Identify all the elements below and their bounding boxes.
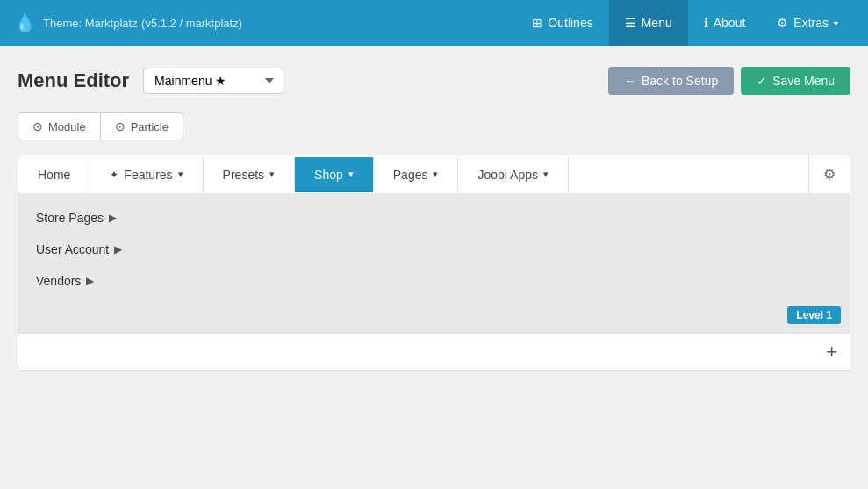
- vendors-label: Vendors: [36, 274, 81, 288]
- particle-icon: ⊙: [115, 119, 126, 133]
- menu-tabs: Home ✦ Features ▾ Presets ▾ Shop ▾ Pages…: [18, 155, 850, 193]
- nav-outlines-label: Outlines: [548, 16, 592, 30]
- nav-menu-label: Menu: [642, 16, 672, 30]
- nav-about[interactable]: ℹ About: [688, 0, 762, 46]
- tab-features-label: Features: [124, 168, 172, 182]
- level-badge: Level 1: [787, 306, 841, 324]
- chevron-joobi-icon: ▾: [543, 169, 549, 180]
- chevron-down-icon: ▾: [834, 18, 838, 28]
- brand-title: Theme: Marktplatz (v5.1.2 / marktplatz): [43, 15, 242, 31]
- page-title: Menu Editor: [18, 69, 129, 92]
- brand-icon: 💧: [14, 12, 36, 33]
- tab-joobi-apps-label: Joobi Apps: [477, 168, 538, 182]
- nav-outlines[interactable]: ⊞ Outlines: [516, 0, 608, 46]
- add-item-button[interactable]: +: [826, 342, 837, 362]
- add-buttons-row: ⊙ Module ⊙ Particle: [18, 112, 850, 140]
- arrow-left-icon: ←: [624, 74, 636, 88]
- header-left: Menu Editor Mainmenu ★ Footer Menu Top M…: [18, 68, 283, 94]
- top-nav: ⊞ Outlines ☰ Menu ℹ About ⚙ Extras ▾: [516, 0, 854, 46]
- submenu-item-store-pages[interactable]: Store Pages ▶: [18, 202, 850, 234]
- tab-shop-label: Shop: [314, 168, 343, 182]
- nav-about-label: About: [714, 16, 746, 30]
- settings-gear-icon: ⚙: [823, 167, 836, 182]
- module-label: Module: [48, 120, 86, 133]
- nav-extras-label: Extras: [793, 16, 829, 30]
- tab-pages[interactable]: Pages ▾: [374, 157, 459, 192]
- back-to-setup-button[interactable]: ← Back to Setup: [608, 67, 734, 95]
- submenu-item-user-account[interactable]: User Account ▶: [18, 234, 850, 265]
- save-menu-button[interactable]: ✓ Save Menu: [741, 67, 850, 95]
- tab-presets[interactable]: Presets ▾: [204, 157, 295, 192]
- topbar: 💧 Theme: Marktplatz (v5.1.2 / marktplatz…: [0, 0, 868, 46]
- spinner-icon: ✦: [110, 169, 118, 181]
- arrow-right-icon-3: ▶: [86, 275, 94, 287]
- main-content: Menu Editor Mainmenu ★ Footer Menu Top M…: [0, 46, 868, 392]
- bottom-area: +: [18, 334, 850, 371]
- brand: 💧 Theme: Marktplatz (v5.1.2 / marktplatz…: [14, 12, 516, 33]
- arrow-right-icon-2: ▶: [114, 243, 122, 255]
- header-buttons: ← Back to Setup ✓ Save Menu: [608, 67, 850, 95]
- tab-shop[interactable]: Shop ▾: [295, 157, 374, 192]
- menu-settings-button[interactable]: ⚙: [808, 155, 850, 193]
- check-icon: ✓: [757, 74, 767, 88]
- nav-extras[interactable]: ⚙ Extras ▾: [761, 0, 854, 46]
- particle-label: Particle: [131, 120, 169, 133]
- info-icon: ℹ: [704, 16, 708, 30]
- chevron-shop-icon: ▾: [348, 169, 354, 180]
- tab-features[interactable]: ✦ Features ▾: [90, 157, 203, 192]
- tab-presets-label: Presets: [223, 168, 264, 182]
- tab-pages-label: Pages: [393, 168, 428, 182]
- chevron-features-icon: ▾: [178, 169, 183, 180]
- chevron-pages-icon: ▾: [433, 169, 438, 180]
- module-icon: ⊙: [32, 119, 43, 133]
- grid-icon: ⊞: [532, 16, 542, 30]
- chevron-presets-icon: ▾: [269, 169, 275, 180]
- nav-menu[interactable]: ☰ Menu: [609, 0, 688, 46]
- user-account-label: User Account: [36, 242, 109, 256]
- back-button-label: Back to Setup: [642, 74, 718, 88]
- store-pages-label: Store Pages: [36, 211, 104, 225]
- gear-nav-icon: ⚙: [777, 16, 788, 30]
- menu-icon: ☰: [625, 16, 636, 30]
- tab-joobi-apps[interactable]: Joobi Apps ▾: [458, 157, 569, 192]
- submenu-content: Store Pages ▶ User Account ▶ Vendors ▶ L…: [18, 193, 850, 334]
- add-particle-button[interactable]: ⊙ Particle: [100, 112, 183, 140]
- tab-home[interactable]: Home: [18, 157, 90, 192]
- save-button-label: Save Menu: [772, 74, 835, 88]
- theme-name: Theme: Marktplatz: [43, 17, 138, 30]
- arrow-right-icon: ▶: [109, 212, 117, 224]
- menu-selector[interactable]: Mainmenu ★ Footer Menu Top Menu: [143, 68, 283, 94]
- add-module-button[interactable]: ⊙ Module: [18, 112, 100, 140]
- theme-version: (v5.1.2 / marktplatz): [141, 17, 242, 30]
- tab-home-label: Home: [38, 168, 70, 182]
- submenu-item-vendors[interactable]: Vendors ▶: [18, 265, 850, 297]
- header-row: Menu Editor Mainmenu ★ Footer Menu Top M…: [18, 67, 850, 95]
